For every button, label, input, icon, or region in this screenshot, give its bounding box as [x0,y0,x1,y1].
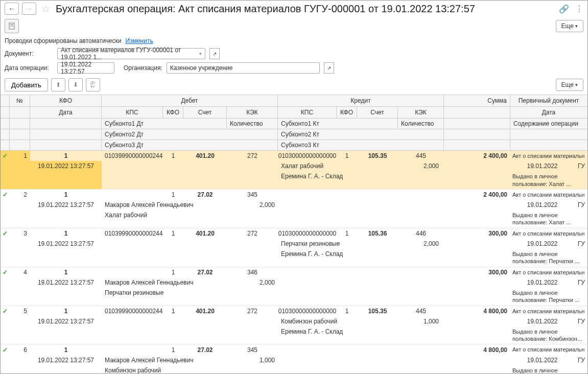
k-sub1: Комбинзон рабочий [278,316,398,326]
d-kps: 01039990000000244 [102,228,163,239]
prim-title: Акт о списании материальн [510,151,587,161]
col-sub1k[interactable]: Субконто1 Кт [278,119,398,129]
k-acct: 105.35 [357,151,398,161]
prim-title: Акт о списании материальн [510,190,587,200]
col-acct-k[interactable]: Счет [357,107,398,118]
more-button-top[interactable]: Еще▾ [556,20,583,32]
d-kfo: 1 [163,267,183,277]
col-sub3d[interactable]: Субконто3 Дт [102,140,278,150]
table-row[interactable]: ✓ 2 1 1 27.02 345 2 400,00 Акт о списани… [1,190,587,228]
k-sub2 [278,288,444,306]
date-field[interactable]: 19.01.2022 13:27:57 [57,62,114,74]
k-qty: 2,000 [398,239,444,249]
move-up-button[interactable]: ⬆ [51,78,65,91]
col-debit[interactable]: Дебет [102,95,278,106]
prim-title: Акт о списании материальн [510,306,587,316]
row-num: 2 [10,190,30,200]
prim-gu: ГУ [572,201,585,208]
document-label: Документ: [5,50,53,57]
table-row[interactable]: ✓ 1 1 01039990000000244 1 401.20 272 010… [1,151,587,190]
link-icon[interactable]: 🔗 [559,4,569,14]
row-kfo: 1 [30,228,102,239]
col-kek-k[interactable]: КЭК [398,107,444,118]
col-kps-d[interactable]: КПС [102,107,163,118]
check-icon: ✓ [1,151,10,161]
table-row[interactable]: ✓ 6 1 1 27.02 345 4 800,00 Акт о списани… [1,344,587,374]
d-kps [102,344,163,355]
k-sub1: Перчатки резиновые [278,239,398,249]
row-num: 4 [10,267,30,277]
row-date: 19.01.2022 13:27:57 [30,161,102,171]
col-acct-d[interactable]: Счет [183,107,227,118]
move-down-button[interactable]: ⬇ [68,78,83,91]
row-kfo: 1 [30,151,102,161]
table-row[interactable]: ✓ 3 1 01039990000000244 1 401.20 272 010… [1,228,587,267]
table-row[interactable]: ✓ 4 1 1 27.02 346 300,00 Акт о списании … [1,267,587,306]
k-sub2 [278,210,444,228]
col-kek-d[interactable]: КЭК [227,107,278,118]
org-field[interactable]: Казенное учреждение [167,62,320,74]
col-sub3k[interactable]: Субконто3 Кт [278,140,444,150]
col-kps-k[interactable]: КПС [278,107,337,118]
col-credit[interactable]: Кредит [278,95,444,106]
row-content: Выдано в личное пользование: Халат ... [510,210,587,228]
favorite-icon[interactable]: ☆ [41,3,51,15]
forward-button[interactable]: → [22,3,36,15]
col-date[interactable]: Дата [30,107,102,118]
col-qty-k[interactable]: Количество [398,119,444,129]
col-num[interactable]: № [10,95,30,106]
col-kfo-d[interactable]: КФО [163,107,183,118]
d-kfo: 1 [163,190,183,200]
org-open-button[interactable]: ↗ [324,62,334,74]
d-acct: 401.20 [183,306,227,316]
k-kps [278,190,337,200]
k-kfo [337,190,357,200]
d-sub1 [102,316,278,326]
k-kek [398,344,444,355]
col-content[interactable]: Содержание операции [510,119,587,129]
col-qty-d[interactable]: Количество [227,119,278,129]
col-kfo[interactable]: КФО [30,95,102,106]
k-kfo [337,344,357,355]
k-kps [278,267,337,277]
prim-title: Акт о списании материальн [510,228,587,239]
col-sum[interactable]: Сумма [444,95,510,106]
row-content: Выдано в личное пользование: Халат ... [510,171,587,189]
change-link[interactable]: Изменить [126,37,153,44]
k-kek [398,190,444,200]
col-sub2d[interactable]: Субконто2 Дт [102,129,278,139]
document-icon-button[interactable] [5,19,19,33]
table-row[interactable]: ✓ 5 1 01039990000000244 1 401.20 272 010… [1,306,587,345]
k-kfo: 1 [337,228,357,239]
back-button[interactable]: ← [5,3,19,15]
dtkt-button[interactable]: ДтКт [86,78,100,91]
d-kfo: 1 [163,151,183,161]
prim-gu: ГУ [572,279,585,286]
more-button-grid[interactable]: Еще▾ [556,79,583,91]
menu-dots-icon[interactable]: ⋮ [575,4,583,14]
d-kek: 346 [227,267,278,277]
prim-date: 19.01.2022 [512,279,572,286]
row-date: 19.01.2022 13:27:57 [30,316,102,326]
row-kfo: 1 [30,190,102,200]
d-sub1: Макаров Алексей Геннадьевич2,000 [102,277,278,288]
d-sub1: Макаров Алексей Геннадьевич2,000 [102,200,278,210]
col-prim[interactable]: Первичный документ [510,95,587,106]
chevron-down-icon: ▾ [575,82,578,87]
add-button[interactable]: Добавить [5,78,48,91]
d-kek: 345 [227,190,278,200]
k-acct [357,190,398,200]
prim-title: Акт о списании материальн [510,267,587,277]
d-kfo: 1 [163,344,183,355]
row-date: 19.01.2022 13:27:57 [30,355,102,365]
col-sub2k[interactable]: Субконто2 Кт [278,129,444,139]
k-kps: 01030000000000000 [278,306,337,316]
col-prim-date[interactable]: Дата [510,107,587,118]
document-open-button[interactable]: ↗ [209,48,220,59]
document-field[interactable]: Акт списания материалов ГУГУ-000001 от 1… [57,48,205,59]
d-sub2: Перчатки резиновые [102,288,278,306]
col-sub1d[interactable]: Субконто1 Дт [102,119,227,129]
d-sub2 [102,326,278,344]
col-kfo-k[interactable]: КФО [337,107,357,118]
row-content: Выдано в личное пользование: Комбинзон..… [510,326,587,344]
